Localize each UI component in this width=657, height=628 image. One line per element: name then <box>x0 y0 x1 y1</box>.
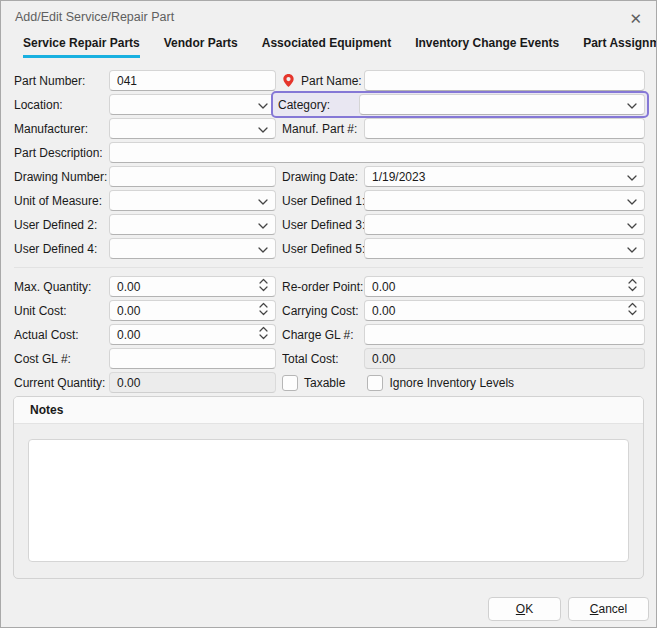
manufacturer-dropdown[interactable] <box>109 118 276 139</box>
drawing-number-label: Drawing Number: <box>14 170 109 184</box>
chevron-down-icon <box>258 242 268 256</box>
current-quantity-label: Current Quantity: <box>14 376 109 390</box>
drawing-date-label: Drawing Date: <box>282 170 358 184</box>
carrying-cost-stepper[interactable]: 0.00 <box>364 300 645 321</box>
user-defined-3-dropdown[interactable] <box>364 214 645 235</box>
tab-vendor-parts[interactable]: Vendor Parts <box>164 36 238 58</box>
taxable-label: Taxable <box>304 376 345 390</box>
category-focus-ring: Category: <box>271 91 649 118</box>
section-divider <box>14 267 643 268</box>
location-label: Location: <box>14 98 109 112</box>
user-defined-2-dropdown[interactable] <box>109 214 276 235</box>
chevron-down-icon <box>258 98 268 112</box>
part-name-input[interactable] <box>364 70 645 91</box>
row-location-category: Location: Category: <box>14 94 643 115</box>
chevron-down-icon <box>627 170 637 184</box>
reorder-point-label: Re-order Point: <box>282 280 363 294</box>
user-defined-5-dropdown[interactable] <box>364 238 645 259</box>
part-description-input[interactable] <box>109 142 645 163</box>
chevron-down-icon <box>627 242 637 256</box>
user-defined-4-dropdown[interactable] <box>109 238 276 259</box>
footer-buttons: OK Cancel <box>488 597 649 621</box>
part-description-label: Part Description: <box>14 146 109 160</box>
row-unit-carrying: Unit Cost: 0.00 Carrying Cost: 0.00 <box>14 300 643 321</box>
part-number-label: Part Number: <box>14 74 109 88</box>
manuf-part-input[interactable] <box>364 118 645 139</box>
user-defined-1-dropdown[interactable] <box>364 190 645 211</box>
row-uom-ud1: Unit of Measure: User Defined 1: <box>14 190 643 211</box>
close-icon[interactable]: ✕ <box>629 11 642 26</box>
notes-textarea[interactable] <box>28 439 629 562</box>
category-label: Category: <box>277 98 359 112</box>
chevron-down-icon <box>258 122 268 136</box>
current-quantity-field: 0.00 <box>109 372 276 393</box>
row-costgl-total: Cost GL #: Total Cost: 0.00 <box>14 348 643 369</box>
spinner-icon[interactable] <box>628 302 637 319</box>
part-number-input[interactable] <box>109 70 276 91</box>
tab-service-repair-parts[interactable]: Service Repair Parts <box>23 36 140 58</box>
max-quantity-stepper[interactable]: 0.00 <box>109 276 276 297</box>
total-cost-label: Total Cost: <box>282 352 339 366</box>
row-max-reorder: Max. Quantity: 0.00 Re-order Point: 0.00 <box>14 276 643 297</box>
cost-gl-input[interactable] <box>109 348 276 369</box>
reorder-point-stepper[interactable]: 0.00 <box>364 276 645 297</box>
tab-bar: Service Repair Parts Vendor Parts Associ… <box>23 36 656 58</box>
row-manufacturer: Manufacturer: Manuf. Part #: <box>14 118 643 139</box>
actual-cost-stepper[interactable]: 0.00 <box>109 324 276 345</box>
total-cost-field: 0.00 <box>364 348 645 369</box>
user-defined-1-label: User Defined 1: <box>282 194 364 208</box>
taxable-checkbox[interactable] <box>282 375 298 391</box>
manuf-part-label: Manuf. Part #: <box>282 122 357 136</box>
cancel-button[interactable]: Cancel <box>568 597 649 621</box>
form-area: Part Number: Part Name: Location: Catego… <box>14 70 643 393</box>
drawing-number-input[interactable] <box>109 166 276 187</box>
row-part-number-name: Part Number: Part Name: <box>14 70 643 91</box>
cost-gl-label: Cost GL #: <box>14 352 109 366</box>
spinner-icon[interactable] <box>259 302 268 319</box>
tab-inventory-change-events[interactable]: Inventory Change Events <box>415 36 559 58</box>
charge-gl-label: Charge GL #: <box>282 328 354 342</box>
checkbox-group: Taxable Ignore Inventory Levels <box>276 375 645 391</box>
row-part-description: Part Description: <box>14 142 643 163</box>
row-drawing: Drawing Number: Drawing Date: 1/19/2023 <box>14 166 643 187</box>
unit-cost-stepper[interactable]: 0.00 <box>109 300 276 321</box>
ignore-inventory-levels-label: Ignore Inventory Levels <box>389 376 514 390</box>
notes-title: Notes <box>30 403 63 417</box>
notes-groupbox: Notes <box>13 396 644 579</box>
row-actual-charge: Actual Cost: 0.00 Charge GL #: <box>14 324 643 345</box>
user-defined-2-label: User Defined 2: <box>14 218 109 232</box>
drawing-date-dropdown[interactable]: 1/19/2023 <box>364 166 645 187</box>
user-defined-5-label: User Defined 5: <box>282 242 364 256</box>
row-ud4-ud5: User Defined 4: User Defined 5: <box>14 238 643 259</box>
spinner-icon[interactable] <box>628 278 637 295</box>
user-defined-3-label: User Defined 3: <box>282 218 364 232</box>
row-current-checkboxes: Current Quantity: 0.00 Taxable Ignore In… <box>14 372 643 393</box>
actual-cost-label: Actual Cost: <box>14 328 109 342</box>
manufacturer-label: Manufacturer: <box>14 122 109 136</box>
unit-of-measure-dropdown[interactable] <box>109 190 276 211</box>
dialog-title: Add/Edit Service/Repair Part <box>15 10 174 24</box>
part-name-label: Part Name: <box>301 74 362 88</box>
ignore-inventory-levels-checkbox[interactable] <box>367 375 383 391</box>
chevron-down-icon <box>627 98 637 112</box>
max-quantity-label: Max. Quantity: <box>14 280 109 294</box>
user-defined-4-label: User Defined 4: <box>14 242 109 256</box>
tab-associated-equipment[interactable]: Associated Equipment <box>262 36 391 58</box>
spinner-icon[interactable] <box>259 278 268 295</box>
chevron-down-icon <box>627 194 637 208</box>
chevron-down-icon <box>627 218 637 232</box>
unit-of-measure-label: Unit of Measure: <box>14 194 109 208</box>
unit-cost-label: Unit Cost: <box>14 304 109 318</box>
title-bar: Add/Edit Service/Repair Part ✕ <box>1 1 656 26</box>
chevron-down-icon <box>258 218 268 232</box>
charge-gl-input[interactable] <box>364 324 645 345</box>
carrying-cost-label: Carrying Cost: <box>282 304 359 318</box>
location-dropdown[interactable] <box>109 94 276 115</box>
tab-part-assignments[interactable]: Part Assignments <box>583 36 657 58</box>
add-edit-service-repair-part-dialog: Add/Edit Service/Repair Part ✕ Service R… <box>0 0 657 628</box>
location-pin-icon <box>282 73 295 88</box>
spinner-icon[interactable] <box>259 326 268 343</box>
category-dropdown[interactable] <box>359 94 645 115</box>
ok-button[interactable]: OK <box>488 597 561 621</box>
chevron-down-icon <box>258 194 268 208</box>
